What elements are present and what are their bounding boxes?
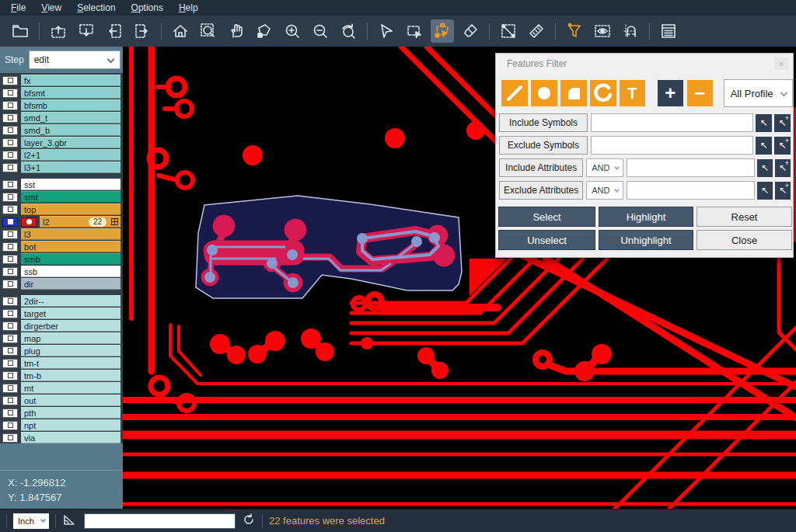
layer-checkbox[interactable] [2, 151, 18, 160]
layer-checkbox[interactable] [2, 205, 18, 214]
layer-row-bfsmt[interactable]: bfsmt [0, 87, 123, 99]
layer-checkbox[interactable] [2, 180, 18, 190]
layer-checkbox[interactable] [2, 309, 18, 318]
layer-row-bfsmb[interactable]: bfsmb [0, 99, 123, 111]
layer-checkbox[interactable] [2, 242, 18, 252]
menu-item-view[interactable]: View [33, 0, 69, 16]
exclude-attributes-button[interactable]: Exclude Attributes [499, 181, 583, 200]
layer-name-cell[interactable]: map [21, 332, 120, 344]
layer-row-bot[interactable]: bot [0, 241, 123, 252]
layer-name-cell[interactable]: l3+1 [21, 162, 120, 173]
move-right-icon[interactable] [131, 19, 154, 43]
layer-checkbox[interactable] [2, 396, 18, 405]
move-down-icon[interactable] [75, 19, 98, 43]
exclude-symbols-button[interactable]: Exclude Symbols [499, 136, 588, 155]
ruler-icon[interactable] [525, 19, 548, 43]
polygon-select-icon[interactable] [431, 19, 454, 43]
layer-row-l3[interactable]: l3 [0, 228, 123, 240]
layer-name-cell[interactable]: tm-t [21, 357, 120, 369]
layer-checkbox[interactable] [2, 334, 18, 343]
open-folder-icon[interactable] [9, 19, 32, 43]
layer-row-l2+1[interactable]: l2+1 [0, 149, 123, 161]
angle-measure-icon[interactable] [62, 513, 76, 530]
pick-add-arrow-icon[interactable]: ↖+ [774, 137, 791, 155]
layer-checkbox[interactable] [2, 217, 18, 227]
zoom-polygon-icon[interactable] [253, 19, 276, 43]
layer-name-cell[interactable]: tm-b [21, 370, 120, 381]
layer-checkbox[interactable] [2, 89, 18, 98]
layer-checkbox[interactable] [2, 101, 18, 110]
layer-name-cell[interactable]: top [21, 203, 120, 215]
arc-tool-icon[interactable] [590, 80, 616, 106]
layer-row-smt[interactable]: smt [0, 191, 123, 203]
layer-name-cell[interactable]: dirgerber [21, 320, 120, 332]
layer-checkbox[interactable] [2, 409, 18, 418]
layer-checkbox[interactable] [2, 255, 18, 264]
measure-line-icon[interactable] [497, 19, 520, 43]
layer-name-cell[interactable]: out [21, 395, 120, 406]
select-button[interactable]: Select [498, 207, 595, 227]
snap-icon[interactable] [619, 19, 642, 43]
zoom-previous-icon[interactable] [337, 19, 360, 43]
refresh-icon[interactable] [242, 513, 256, 530]
layer-checkbox[interactable] [2, 280, 18, 289]
layer-checkbox[interactable] [2, 322, 18, 331]
layer-name-cell[interactable]: layer_3.gbr [21, 137, 120, 148]
layer-name-cell[interactable]: bot [21, 241, 120, 252]
layer-row-l3+1[interactable]: l3+1 [0, 162, 123, 173]
layer-checkbox[interactable] [2, 163, 18, 172]
layer-name-cell[interactable]: fx [21, 75, 120, 86]
layer-row-sst[interactable]: sst [0, 179, 123, 190]
layer-checkbox[interactable] [2, 76, 18, 85]
filter-funnel-icon[interactable] [563, 19, 586, 43]
layer-checkbox[interactable] [2, 126, 18, 135]
layer-name-cell[interactable]: l2+1 [21, 149, 120, 161]
menu-item-options[interactable]: Options [124, 0, 171, 16]
unselect-button[interactable]: Unselect [498, 230, 595, 250]
filter-value-input[interactable] [591, 136, 753, 155]
filter-value-input[interactable] [627, 158, 755, 177]
menu-item-help[interactable]: Help [171, 0, 206, 16]
surface-tool-icon[interactable] [560, 80, 587, 106]
layer-row-npt[interactable]: npt [0, 419, 123, 431]
layer-name-cell[interactable]: bfsmt [21, 87, 120, 99]
layer-row-mt[interactable]: mt [0, 382, 123, 394]
layer-name-cell[interactable]: smb [21, 253, 120, 265]
filter-value-input[interactable] [591, 113, 753, 132]
layer-checkbox[interactable] [2, 421, 18, 430]
layer-checkbox[interactable] [2, 371, 18, 381]
remove-filter-icon[interactable]: − [687, 80, 713, 106]
pick-add-arrow-icon[interactable]: ↖+ [775, 182, 791, 200]
dialog-title-bar[interactable]: Features Filter ✕ [496, 54, 793, 74]
layer-name-cell[interactable]: smd_t [21, 112, 120, 123]
rect-select-icon[interactable] [403, 19, 426, 43]
layer-row-map[interactable]: map [0, 332, 123, 344]
unit-select[interactable]: Inch [13, 513, 49, 529]
pan-hand-icon[interactable] [225, 19, 248, 43]
layer-row-plug[interactable]: plug [0, 345, 123, 356]
zoom-in-icon[interactable] [281, 19, 304, 43]
profile-select[interactable]: All Profile [724, 79, 793, 107]
layer-name-cell[interactable]: target [21, 308, 120, 319]
layer-checkbox[interactable] [2, 384, 18, 393]
line-tool-icon[interactable] [501, 80, 528, 106]
active-layer-indicator[interactable] [21, 217, 37, 227]
layer-checkbox[interactable] [2, 433, 18, 443]
layer-name-cell[interactable]: l222 [40, 216, 120, 228]
and-or-select[interactable]: AND [586, 181, 623, 200]
add-filter-icon[interactable]: + [658, 80, 683, 106]
move-left-icon[interactable] [103, 19, 126, 43]
pad-tool-icon[interactable] [531, 80, 557, 106]
layer-checkbox[interactable] [2, 230, 18, 239]
include-attributes-button[interactable]: Include Attributes [499, 158, 583, 177]
layer-row-tm-t[interactable]: tm-t [0, 357, 123, 369]
layer-name-cell[interactable]: ssb [21, 266, 120, 277]
layer-row-smd_t[interactable]: smd_t [0, 112, 123, 123]
layer-name-cell[interactable]: smt [21, 191, 120, 203]
layer-name-cell[interactable]: l3 [21, 228, 120, 240]
text-tool-icon[interactable]: T [620, 80, 645, 106]
clean-brush-icon[interactable] [459, 19, 482, 43]
layer-name-cell[interactable]: pth [21, 407, 120, 419]
layer-row-ssb[interactable]: ssb [0, 266, 123, 277]
and-or-select[interactable]: AND [586, 158, 623, 177]
